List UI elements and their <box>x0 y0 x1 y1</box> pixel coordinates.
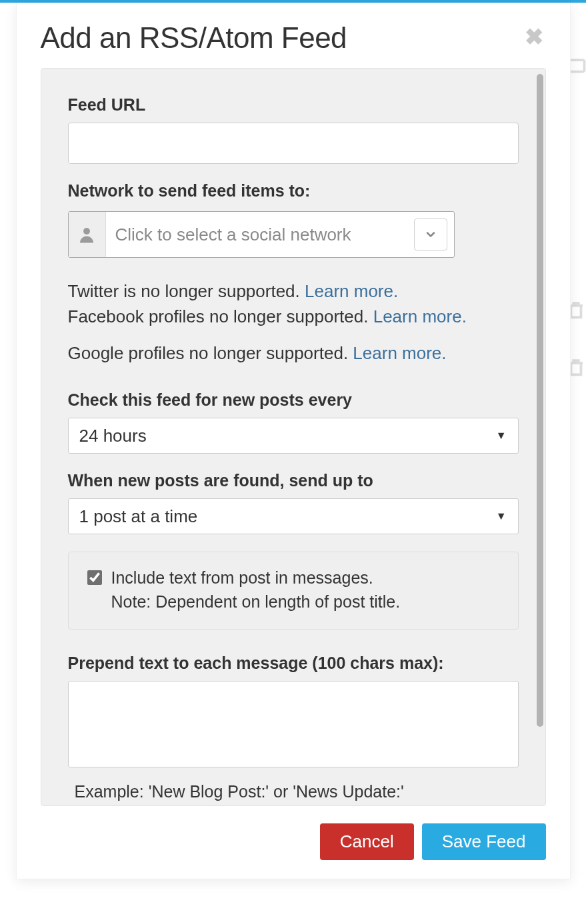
send-up-to-label: When new posts are found, send up to <box>68 471 519 490</box>
save-button[interactable]: Save Feed <box>422 823 546 860</box>
check-interval-select[interactable]: 24 hours <box>68 418 519 454</box>
modal-title: Add an RSS/Atom Feed <box>41 21 347 55</box>
include-text-checkbox[interactable] <box>87 570 102 585</box>
modal-body: Feed URL Network to send feed items to: … <box>41 68 546 806</box>
network-group: Network to send feed items to: Click to … <box>68 181 519 258</box>
facebook-learn-more-link[interactable]: Learn more. <box>373 306 467 326</box>
include-text-label: Include text from post in messages. <box>111 566 373 590</box>
twitter-info-text: Twitter is no longer supported. <box>68 281 305 301</box>
rss-feed-modal: Add an RSS/Atom Feed ✖ Feed URL Network … <box>16 3 571 879</box>
cancel-button[interactable]: Cancel <box>320 823 414 860</box>
send-up-to-group: When new posts are found, send up to 1 p… <box>68 471 519 534</box>
prepend-textarea[interactable] <box>68 681 519 767</box>
prepend-label: Prepend text to each message (100 chars … <box>68 654 519 673</box>
close-icon[interactable]: ✖ <box>525 21 546 48</box>
include-text-note: Note: Dependent on length of post title. <box>111 590 499 614</box>
modal-body-wrap: Feed URL Network to send feed items to: … <box>17 68 570 814</box>
google-info-text: Google profiles no longer supported. <box>68 343 353 363</box>
twitter-learn-more-link[interactable]: Learn more. <box>305 281 398 301</box>
network-picker[interactable]: Click to select a social network <box>68 211 455 258</box>
network-label: Network to send feed items to: <box>68 181 519 201</box>
include-text-block: Include text from post in messages. Note… <box>68 552 519 630</box>
google-learn-more-link[interactable]: Learn more. <box>353 343 446 363</box>
avatar-icon <box>69 212 106 257</box>
network-placeholder: Click to select a social network <box>106 212 414 257</box>
check-interval-select-wrap: 24 hours ▼ <box>68 418 519 454</box>
google-info: Google profiles no longer supported. Lea… <box>68 341 519 366</box>
svg-point-1 <box>83 228 90 234</box>
send-up-to-select[interactable]: 1 post at a time <box>68 498 519 534</box>
check-interval-label: Check this feed for new posts every <box>68 390 519 410</box>
scroll-area: Feed URL Network to send feed items to: … <box>41 69 545 805</box>
modal-footer: Cancel Save Feed <box>17 814 570 879</box>
chevron-down-icon[interactable] <box>414 219 447 250</box>
facebook-info-text: Facebook profiles no longer supported. <box>68 306 373 326</box>
feed-url-group: Feed URL <box>68 95 519 164</box>
check-interval-group: Check this feed for new posts every 24 h… <box>68 390 519 454</box>
prepend-group: Prepend text to each message (100 chars … <box>68 654 519 770</box>
send-up-to-select-wrap: 1 post at a time ▼ <box>68 498 519 534</box>
prepend-example: Example: 'New Blog Post:' or 'News Updat… <box>68 775 519 805</box>
twitter-info: Twitter is no longer supported. Learn mo… <box>68 279 519 329</box>
include-text-row: Include text from post in messages. <box>87 566 499 590</box>
modal-header: Add an RSS/Atom Feed ✖ <box>17 3 570 68</box>
feed-url-label: Feed URL <box>68 95 519 115</box>
feed-url-input[interactable] <box>68 123 519 164</box>
